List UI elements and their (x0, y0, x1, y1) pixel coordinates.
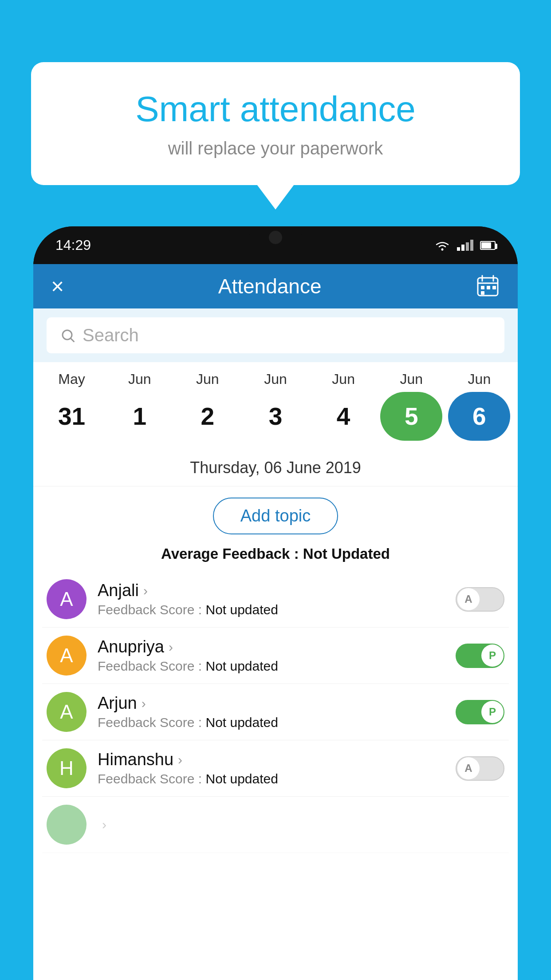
student-name-arjun: Arjun › (98, 694, 445, 713)
avg-feedback: Average Feedback : Not Updated (33, 545, 518, 562)
toggle-anjali[interactable]: A (456, 587, 504, 612)
camera (269, 231, 282, 244)
student-name-himanshu: Himanshu › (98, 750, 445, 769)
student-info-arjun[interactable]: Arjun › Feedback Score : Not updated (98, 694, 445, 730)
status-bar: 14:29 (33, 226, 518, 264)
month-label-6: Jun (448, 371, 510, 387)
student-info-anjali[interactable]: Anjali › Feedback Score : Not updated (98, 581, 445, 617)
month-label-1: Jun (109, 371, 171, 387)
date-5[interactable]: 5 (380, 392, 442, 441)
student-name-partial: › (98, 817, 504, 832)
toggle-arjun[interactable]: P (456, 700, 504, 724)
student-item-himanshu: H Himanshu › Feedback Score : Not update… (42, 740, 509, 797)
month-label-2: Jun (177, 371, 239, 387)
feedback-anupriya: Feedback Score : Not updated (98, 659, 445, 674)
selected-date-display: Thursday, 06 June 2019 (33, 452, 518, 486)
date-3[interactable]: 3 (244, 392, 307, 441)
month-label-3: Jun (244, 371, 307, 387)
student-info-partial: › (98, 817, 504, 832)
date-1[interactable]: 1 (109, 392, 171, 441)
student-item-partial: › (42, 797, 509, 853)
toggle-knob-himanshu: A (457, 757, 480, 779)
student-item-anupriya: A Anupriya › Feedback Score : Not update… (42, 628, 509, 684)
date-6[interactable]: 6 (448, 392, 510, 441)
app-content: Search May Jun Jun Jun Jun Jun Jun 31 1 … (33, 308, 518, 980)
speech-bubble: Smart attendance will replace your paper… (31, 62, 520, 185)
speech-bubble-container: Smart attendance will replace your paper… (31, 62, 520, 185)
month-label-0: May (41, 371, 103, 387)
svg-rect-7 (492, 286, 496, 289)
toggle-himanshu[interactable]: A (456, 756, 504, 781)
feedback-himanshu: Feedback Score : Not updated (98, 771, 445, 786)
add-topic-button[interactable]: Add topic (213, 498, 338, 534)
student-item-anjali: A Anjali › Feedback Score : Not updated … (42, 571, 509, 628)
phone-frame: 14:29 × Att (33, 226, 518, 980)
chevron-icon-anupriya: › (169, 640, 173, 655)
month-row: May Jun Jun Jun Jun Jun Jun (33, 371, 518, 387)
signal-icon (457, 240, 473, 251)
feedback-arjun: Feedback Score : Not updated (98, 715, 445, 730)
student-list: A Anjali › Feedback Score : Not updated … (33, 571, 518, 853)
avatar-himanshu: H (47, 748, 87, 788)
bubble-subtitle: will replace your paperwork (67, 138, 484, 158)
svg-rect-5 (481, 286, 484, 289)
wifi-icon (434, 239, 450, 252)
phone-notch (249, 226, 302, 249)
phone-time: 14:29 (55, 237, 91, 253)
feedback-anjali: Feedback Score : Not updated (98, 602, 445, 617)
date-row: 31 1 2 3 4 5 6 (33, 387, 518, 447)
student-item-arjun: A Arjun › Feedback Score : Not updated P (42, 684, 509, 740)
student-name-anupriya: Anupriya › (98, 637, 445, 656)
search-input[interactable]: Search (83, 325, 139, 345)
search-icon (60, 328, 76, 344)
avatar-anjali: A (47, 579, 87, 619)
toggle-knob-anupriya: P (481, 644, 504, 667)
svg-rect-8 (481, 291, 484, 295)
close-button[interactable]: × (51, 273, 64, 299)
avatar-anupriya: A (47, 636, 87, 676)
date-4[interactable]: 4 (312, 392, 374, 441)
toggle-knob-anjali: A (457, 588, 480, 610)
svg-rect-6 (487, 286, 490, 289)
calendar-strip: May Jun Jun Jun Jun Jun Jun 31 1 2 3 4 5… (33, 362, 518, 452)
svg-line-10 (71, 338, 74, 342)
chevron-icon-anjali: › (143, 583, 148, 598)
calendar-icon[interactable] (476, 274, 500, 299)
avatar-arjun: A (47, 692, 87, 732)
toggle-knob-arjun: P (481, 701, 504, 723)
student-info-himanshu[interactable]: Himanshu › Feedback Score : Not updated (98, 750, 445, 786)
student-name-anjali: Anjali › (98, 581, 445, 600)
svg-point-0 (441, 248, 444, 250)
avg-feedback-label: Average Feedback : (161, 545, 299, 562)
chevron-icon-partial: › (102, 817, 106, 832)
month-label-4: Jun (312, 371, 374, 387)
chevron-icon-himanshu: › (178, 752, 182, 767)
month-label-5: Jun (380, 371, 442, 387)
chevron-icon-arjun: › (142, 696, 146, 711)
status-icons (434, 239, 496, 252)
date-31[interactable]: 31 (41, 392, 103, 441)
battery-icon (480, 241, 496, 250)
date-2[interactable]: 2 (177, 392, 239, 441)
toggle-anupriya[interactable]: P (456, 644, 504, 668)
avg-feedback-value: Not Updated (303, 545, 390, 562)
search-input-wrapper[interactable]: Search (47, 317, 504, 353)
search-bar: Search (33, 308, 518, 362)
student-info-anupriya[interactable]: Anupriya › Feedback Score : Not updated (98, 637, 445, 674)
app-header: × Attendance (33, 264, 518, 308)
bubble-title: Smart attendance (67, 89, 484, 130)
app-title: Attendance (218, 274, 322, 298)
avatar-partial (47, 805, 87, 845)
